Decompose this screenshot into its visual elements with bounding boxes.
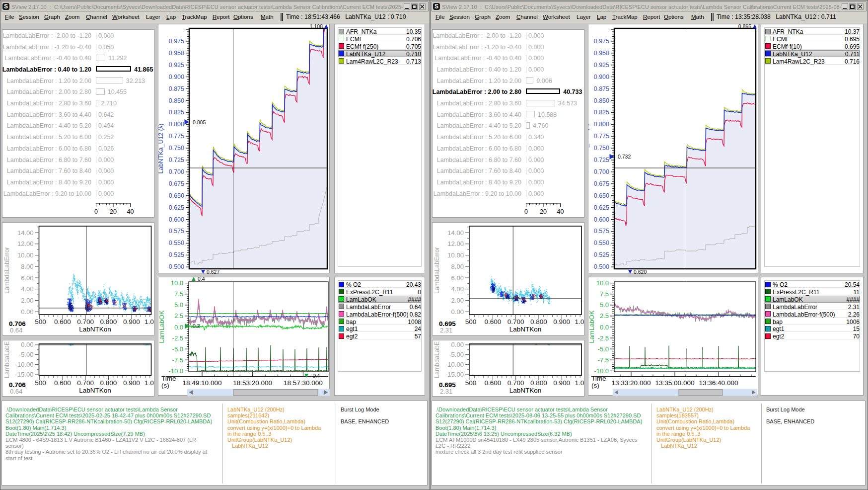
svg-text:0.975: 0.975 (169, 38, 184, 45)
svg-text:2.00: 2.00 (21, 297, 33, 304)
svg-text:-5.0: -5.0 (598, 345, 609, 353)
svg-text:-5.00: -5.00 (449, 351, 464, 358)
svg-text:LambdaLabE: LambdaLabE (3, 341, 10, 378)
svg-text:0.600: 0.600 (484, 379, 501, 387)
svg-text:4.00: 4.00 (21, 285, 33, 293)
svg-text:12.00: 12.00 (447, 240, 464, 247)
svg-text:0.600: 0.600 (54, 379, 71, 387)
svg-text:1.0: 1.0 (145, 379, 154, 387)
svg-text:LambdaLabE: LambdaLabE (434, 341, 440, 378)
svg-text:10.0: 10.0 (171, 279, 183, 287)
svg-text:0.950: 0.950 (169, 50, 184, 57)
svg-text:13:33:20.000: 13:33:20.000 (612, 379, 651, 387)
svg-text:0.0: 0.0 (600, 324, 609, 331)
svg-text:LabNTKon: LabNTKon (509, 326, 542, 333)
svg-text:0.64: 0.64 (10, 327, 22, 334)
svg-text:13:35:00.000: 13:35:00.000 (655, 379, 695, 387)
svg-text:0.975: 0.975 (594, 38, 609, 45)
svg-text:0.500: 0.500 (594, 263, 609, 270)
svg-text:0.850: 0.850 (169, 97, 184, 104)
svg-text:0.700: 0.700 (77, 379, 94, 387)
svg-text:0.600: 0.600 (594, 216, 609, 223)
svg-text:14.00: 14.00 (447, 229, 464, 237)
svg-text:0.00: 0.00 (451, 341, 464, 348)
svg-text:7.5: 7.5 (600, 290, 609, 298)
svg-text:-10.00: -10.00 (445, 361, 464, 368)
svg-text:-2.5: -2.5 (172, 334, 183, 342)
svg-text:LabNTKon: LabNTKon (79, 326, 111, 333)
svg-text:0.750: 0.750 (594, 145, 609, 152)
svg-text:-5.00: -5.00 (19, 351, 34, 358)
svg-text:500: 500 (35, 318, 46, 326)
svg-text:18:53:20.000: 18:53:20.000 (233, 379, 272, 387)
svg-text:0.2: 0.2 (193, 323, 200, 329)
svg-text:0.0: 0.0 (174, 324, 183, 331)
svg-text:0.825: 0.825 (594, 109, 609, 116)
svg-text:0.575: 0.575 (169, 228, 184, 235)
svg-text:-15.00: -15.00 (15, 371, 34, 378)
svg-text:13:36:40.000: 13:36:40.000 (699, 379, 738, 387)
svg-text:0.800: 0.800 (169, 121, 184, 128)
svg-text:-10.0: -10.0 (594, 367, 609, 375)
svg-text:1.0: 1.0 (575, 379, 584, 387)
svg-text:2.5: 2.5 (174, 312, 183, 320)
svg-text:0.900: 0.900 (553, 379, 570, 387)
svg-text:2.31: 2.31 (440, 327, 452, 334)
svg-text:8.00: 8.00 (451, 263, 464, 270)
svg-text:5.0: 5.0 (600, 301, 609, 309)
svg-text:0.625: 0.625 (169, 204, 184, 211)
svg-text:0.00: 0.00 (21, 308, 33, 316)
svg-text:-10.0: -10.0 (168, 367, 183, 375)
svg-text:0.620: 0.620 (634, 269, 647, 274)
svg-text:0.625: 0.625 (594, 204, 609, 211)
svg-text:LamLabOK: LamLabOK (588, 310, 595, 343)
svg-text:LamLabOK: LamLabOK (158, 310, 165, 343)
svg-text:0.00: 0.00 (451, 308, 464, 316)
svg-text:0.550: 0.550 (169, 240, 184, 246)
svg-text:18:57:30.000: 18:57:30.000 (284, 379, 323, 387)
svg-text:40: 40 (127, 208, 134, 215)
svg-text:-5.0: -5.0 (172, 345, 183, 353)
svg-text:5.0: 5.0 (174, 301, 183, 309)
svg-text:0.675: 0.675 (169, 180, 184, 187)
svg-text:0.4: 0.4 (198, 277, 205, 282)
svg-text:LabNTKa_U12 (λ): LabNTKa_U12 (λ) (158, 124, 164, 174)
svg-text:0.627: 0.627 (207, 269, 219, 274)
svg-text:6.00: 6.00 (451, 274, 464, 282)
svg-text:10.00: 10.00 (447, 251, 464, 259)
svg-text:20: 20 (540, 208, 547, 215)
svg-text:-10.00: -10.00 (15, 361, 34, 368)
svg-text:0.600: 0.600 (484, 318, 501, 326)
svg-text:500: 500 (465, 318, 477, 326)
svg-text:0.800: 0.800 (100, 379, 117, 387)
svg-text:0.775: 0.775 (169, 133, 184, 140)
svg-text:10.0: 10.0 (596, 279, 609, 287)
svg-text:1.0: 1.0 (575, 318, 584, 326)
svg-text:8.00: 8.00 (21, 263, 33, 270)
svg-text:0.700: 0.700 (507, 379, 524, 387)
svg-text:LabNTKon: LabNTKon (79, 387, 111, 394)
svg-text:LambdaLabError: LambdaLabError (434, 247, 440, 294)
svg-text:0.700: 0.700 (77, 318, 94, 326)
svg-text:0.675: 0.675 (594, 180, 609, 187)
svg-text:-15.00: -15.00 (445, 371, 464, 378)
svg-text:0.700: 0.700 (594, 168, 609, 175)
svg-text:18:49:10.000: 18:49:10.000 (183, 379, 222, 387)
svg-text:0.850: 0.850 (594, 97, 609, 104)
svg-text:0.64: 0.64 (10, 388, 22, 395)
svg-text:0.800: 0.800 (530, 318, 547, 326)
svg-text:0.875: 0.875 (169, 85, 184, 92)
svg-text:0.750: 0.750 (169, 145, 184, 152)
svg-text:1.0: 1.0 (145, 318, 154, 326)
svg-text:6.00: 6.00 (21, 274, 33, 282)
svg-text:LabNTKon: LabNTKon (509, 387, 542, 394)
svg-text:7.5: 7.5 (174, 290, 183, 298)
svg-text:1.108: 1.108 (310, 24, 323, 29)
svg-text:0.600: 0.600 (169, 216, 184, 223)
svg-text:500: 500 (465, 379, 477, 387)
svg-text:2.5: 2.5 (600, 312, 609, 320)
svg-text:0.525: 0.525 (169, 251, 184, 258)
svg-text:(s): (s) (591, 382, 599, 389)
svg-text:0: 0 (524, 208, 528, 215)
svg-text:0.700: 0.700 (169, 168, 184, 175)
